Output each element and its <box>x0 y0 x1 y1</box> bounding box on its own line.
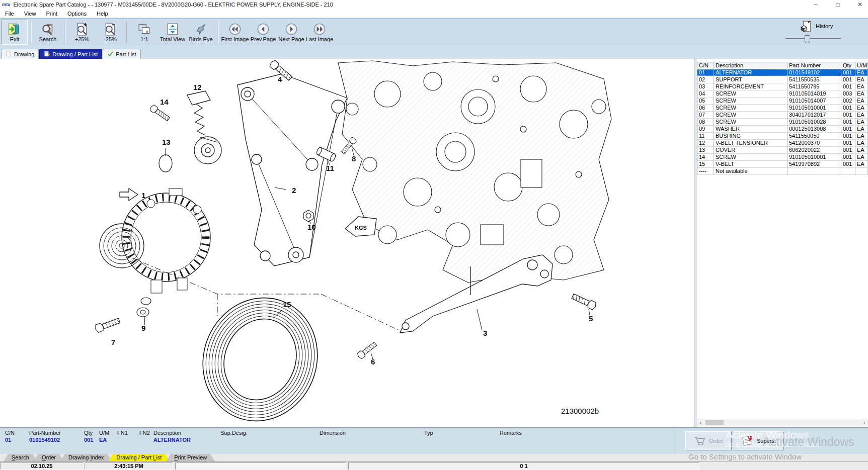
order-button[interactable]: Order <box>685 431 732 450</box>
column-header[interactable]: U/M <box>855 62 868 69</box>
detail-label-sup-desig-: Sup.Desig. <box>220 430 248 436</box>
supers-icon <box>742 435 754 447</box>
table-cell: SCREW <box>714 119 787 126</box>
menu-print[interactable]: Print <box>41 11 62 17</box>
1-1-button[interactable]: 1:1 <box>130 20 159 45</box>
slider-track <box>785 38 841 39</box>
bottom-tab-order[interactable]: Order <box>34 454 64 461</box>
table-row[interactable]: 06SCREW910105010001001EA <box>697 105 868 112</box>
total-view-button[interactable]: Total View <box>159 20 187 45</box>
detail-value: 01 <box>5 437 11 443</box>
bolt-7 <box>94 317 120 333</box>
supersession-button[interactable]: Supers. <box>734 431 784 450</box>
-25--button[interactable]: -25% <box>96 20 124 45</box>
scroll-left-icon[interactable]: ‹ <box>697 420 704 426</box>
exit-button[interactable]: Exit <box>2 20 28 45</box>
column-header[interactable]: Description <box>714 62 787 69</box>
tab-drawing[interactable]: Drawing <box>1 49 39 59</box>
detail-value: EA <box>99 437 107 443</box>
bottom-tab-print-preview[interactable]: Print Preview <box>166 454 215 461</box>
table-row[interactable]: 03REINFORCEMENT5411550795001EA <box>697 83 868 90</box>
table-cell: Not available <box>714 168 787 175</box>
toolbar: ExitSearch+25%-25%1:1Total ViewBirds Eye… <box>0 18 868 46</box>
table-cell: 6062020022 <box>787 147 841 154</box>
prev-page-button[interactable]: Prev.Page <box>249 20 277 45</box>
table-cell: SUPPORT <box>714 76 787 83</box>
scroll-thumb[interactable] <box>705 420 724 425</box>
detail-label-qty: Qty <box>84 430 93 436</box>
tab-label: Part List <box>116 51 136 57</box>
table-cell <box>841 168 855 175</box>
birds-eye-button[interactable]: Birds Eye <box>187 20 215 45</box>
table-row[interactable]: 02SUPPORT5411550535001EA <box>697 76 868 83</box>
detail-label-u-m: U/M <box>99 430 109 436</box>
column-header[interactable]: C/N <box>697 62 714 69</box>
table-cell: 001 <box>841 133 855 140</box>
table-cell: 002 <box>841 98 855 105</box>
menu-view[interactable]: View <box>19 11 41 17</box>
table-row[interactable]: 14SCREW910105010001001EA <box>697 154 868 161</box>
toolbar-button-label: First Image <box>221 36 249 42</box>
history-icon[interactable] <box>800 20 813 33</box>
tab-drawing-part-list[interactable]: Drawing / Part List <box>39 49 102 59</box>
bottom-tab-drawing-part-list[interactable]: Drawing / Part List <box>108 454 170 461</box>
table-row[interactable]: 07SCREW304017012017001EA <box>697 112 868 119</box>
item-arrow <box>120 189 138 201</box>
table-cell: 13 <box>697 147 714 154</box>
table-cell: COVER <box>714 147 787 154</box>
table-row[interactable]: 12V-BELT TENSIONER5412000370001EA <box>697 140 868 147</box>
bottom-tab-drawing-index[interactable]: Drawing Index <box>60 454 112 461</box>
table-row[interactable]: ----Not available <box>697 168 868 175</box>
tab-part-list[interactable]: Part List <box>103 49 140 59</box>
detail-label-dimension: Dimension <box>320 430 346 436</box>
search-button[interactable]: Search <box>34 20 62 45</box>
table-cell: 001 <box>841 112 855 119</box>
tab-label: Drawing / Part List <box>52 51 98 57</box>
minimize-button[interactable]: – <box>812 1 820 8</box>
table-cell: 11 <box>697 133 714 140</box>
drawing-area[interactable]: KGS 21300002b 123456789101112131415 <box>0 59 695 427</box>
menu-file[interactable]: File <box>0 11 19 17</box>
tensioner-figure <box>187 91 221 164</box>
table-row[interactable]: 09WASHER000125013008001EA <box>697 126 868 133</box>
table-row[interactable]: 01ALTERNATOR0101549102001EA <box>697 69 868 76</box>
table-row[interactable]: 05SCREW910105014007002EA <box>697 98 868 105</box>
menu-help[interactable]: Help <box>92 11 113 17</box>
maximize-button[interactable]: □ <box>834 1 842 8</box>
table-cell: 001 <box>841 126 855 133</box>
scroll-right-icon[interactable]: › <box>860 420 868 426</box>
column-header[interactable]: Qty <box>841 62 855 69</box>
table-cell: EA <box>855 69 868 76</box>
table-row[interactable]: 08SCREW910105010028001EA <box>697 119 868 126</box>
next-page-button[interactable]: Next Page <box>277 20 305 45</box>
parts-table: C/NDescriptionPart-NumberQtyU/M01ALTERNA… <box>697 62 868 175</box>
-25--button[interactable]: +25% <box>68 20 96 45</box>
table-cell: 02 <box>697 76 714 83</box>
table-cell: EA <box>855 147 868 154</box>
table-cell: EA <box>855 98 868 105</box>
table-row[interactable]: 11BUSHING5411550050001EA <box>697 133 868 140</box>
title-bar: mtu Electronic Spare Part Catalog - - 13… <box>0 0 868 9</box>
toolbar-button-label: Birds Eye <box>189 36 212 42</box>
slider-thumb[interactable] <box>805 35 810 43</box>
first-image-button[interactable]: First Image <box>221 20 249 45</box>
table-cell: 003 <box>841 90 855 98</box>
table-row[interactable]: 15V-BELT5419970892001EA <box>697 161 868 168</box>
table-row[interactable]: 13COVER6062020022001EA <box>697 147 868 154</box>
table-cell <box>855 168 868 175</box>
table-cell: 5412000370 <box>787 140 841 147</box>
table-cell: EA <box>855 126 868 133</box>
menu-options[interactable]: Options <box>62 11 92 17</box>
zoom-slider[interactable] <box>785 36 841 41</box>
parts-table-hscrollbar[interactable]: ‹ › <box>697 419 868 426</box>
table-cell: 000125013008 <box>787 126 841 133</box>
column-header[interactable]: Part-Number <box>787 62 841 69</box>
callout-6: 6 <box>371 357 375 366</box>
one-to-one-icon <box>138 23 151 36</box>
bottom-tab-search[interactable]: Search <box>4 454 37 461</box>
last-image-button[interactable]: Last Image <box>305 20 334 45</box>
detail-label-description: Description <box>153 430 181 436</box>
close-button[interactable]: ✕ <box>856 1 864 8</box>
cover-figure <box>159 155 172 172</box>
table-row[interactable]: 04SCREW910105014019003EA <box>697 90 868 98</box>
